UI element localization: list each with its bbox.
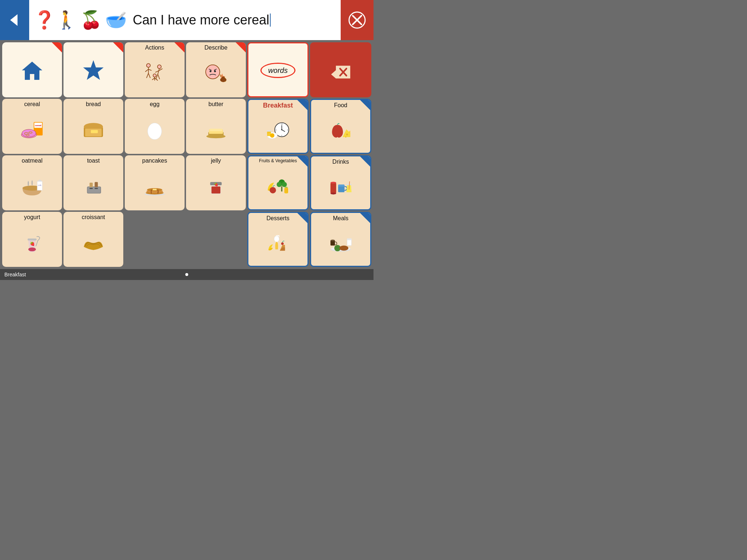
- svg-rect-55: [95, 188, 98, 189]
- symbols-area: ❓🚶 🍒 🥣: [34, 11, 127, 29]
- text-cursor: [270, 13, 271, 27]
- croissant-button[interactable]: croissant: [63, 212, 123, 267]
- toast-icon: [81, 164, 106, 209]
- question-person-icon: ❓🚶: [34, 11, 77, 29]
- svg-marker-5: [83, 60, 104, 80]
- svg-rect-54: [90, 188, 93, 189]
- pancakes-icon: [142, 164, 167, 209]
- meals-icon: [328, 222, 353, 264]
- svg-point-111: [330, 240, 335, 241]
- home-button[interactable]: [2, 42, 62, 97]
- back-button[interactable]: [0, 0, 29, 40]
- svg-rect-62: [212, 186, 221, 193]
- svg-rect-53: [88, 187, 100, 193]
- describe-label: Describe: [204, 44, 227, 51]
- backspace-button[interactable]: [310, 42, 371, 97]
- favorites-button[interactable]: [63, 42, 123, 97]
- breakfast-label: Breakfast: [263, 102, 293, 109]
- berries-icon: 🍒: [80, 11, 102, 29]
- svg-point-12: [158, 65, 161, 69]
- oatmeal-icon: milk: [19, 164, 45, 209]
- sentence-content: Can I have more cereal: [133, 12, 269, 28]
- svg-line-20: [152, 78, 155, 80]
- svg-line-15: [159, 69, 163, 70]
- describe-button[interactable]: Describe: [186, 42, 246, 97]
- svg-marker-48: [37, 179, 42, 181]
- svg-point-28: [222, 76, 225, 79]
- oatmeal-button[interactable]: oatmeal milk: [2, 155, 62, 210]
- croissant-icon: [81, 221, 106, 265]
- statusbar: Breakfast: [0, 269, 374, 280]
- svg-rect-52: [95, 182, 98, 188]
- svg-rect-82: [267, 130, 271, 132]
- actions-icon: [142, 51, 167, 96]
- cereal-label: cereal: [24, 101, 40, 108]
- svg-marker-84: [342, 129, 350, 137]
- svg-point-91: [270, 187, 276, 194]
- describe-icon: [203, 51, 229, 96]
- yogurt-button[interactable]: yogurt 🍓: [2, 212, 62, 267]
- egg-label: egg: [150, 101, 160, 108]
- drinks-label: Drinks: [332, 159, 349, 165]
- svg-line-9: [148, 69, 152, 70]
- toast-button[interactable]: toast: [63, 155, 123, 210]
- cereal-icon: cereal: [19, 108, 45, 152]
- left-grid: Actions: [2, 42, 246, 267]
- svg-rect-40: [91, 130, 98, 133]
- toast-label: toast: [87, 158, 100, 164]
- svg-point-105: [281, 242, 284, 245]
- food-label: Food: [334, 102, 347, 109]
- words-oval: words: [260, 46, 295, 95]
- svg-point-41: [148, 123, 162, 140]
- jelly-label: jelly: [211, 158, 221, 164]
- jelly-button[interactable]: jelly 🍓: [186, 155, 246, 210]
- svg-line-11: [148, 73, 150, 78]
- svg-text:12: 12: [281, 123, 283, 125]
- butter-button[interactable]: butter: [186, 99, 246, 154]
- close-button[interactable]: [341, 0, 374, 40]
- croissant-label: croissant: [82, 214, 105, 221]
- svg-line-8: [145, 69, 148, 72]
- butter-icon: [203, 108, 229, 152]
- words-button[interactable]: words: [247, 42, 309, 97]
- svg-point-25: [210, 70, 212, 72]
- fruits-veg-button[interactable]: Fruits & Vegetables: [247, 155, 309, 210]
- meals-label: Meals: [333, 215, 349, 222]
- desserts-icon: [265, 222, 291, 264]
- right-grid: words Breakfast: [247, 42, 371, 267]
- grid-container: Actions: [0, 40, 374, 269]
- empty-cell-2: [186, 212, 246, 267]
- food-icon: [328, 109, 353, 151]
- svg-marker-4: [22, 62, 42, 80]
- fruits-veg-icon: [265, 163, 291, 208]
- svg-point-18: [153, 74, 156, 77]
- empty-cell-1: [125, 212, 185, 267]
- svg-rect-60: [153, 188, 157, 190]
- cereal-button[interactable]: cereal cereal: [2, 99, 62, 154]
- svg-point-98: [330, 192, 336, 194]
- svg-text:milk: milk: [38, 184, 42, 186]
- bread-icon: [81, 108, 106, 152]
- pancakes-label: pancakes: [142, 158, 167, 164]
- svg-line-10: [147, 73, 148, 78]
- svg-rect-45: [210, 129, 222, 131]
- food-button[interactable]: Food: [310, 99, 371, 154]
- desserts-button[interactable]: Desserts: [247, 212, 309, 267]
- breakfast-button[interactable]: Breakfast 12 3 6 9: [247, 99, 309, 154]
- statusbar-dot: [185, 273, 188, 276]
- meals-button[interactable]: Meals: [310, 212, 371, 267]
- bread-button[interactable]: bread: [63, 99, 123, 154]
- svg-rect-66: [28, 238, 37, 240]
- jelly-icon: 🍓: [203, 164, 229, 209]
- svg-line-17: [158, 74, 160, 79]
- egg-button[interactable]: egg: [125, 99, 185, 154]
- drinks-button[interactable]: Drinks: [310, 155, 371, 210]
- pancakes-button[interactable]: pancakes: [125, 155, 185, 210]
- breakfast-icon: 12 3 6 9: [265, 109, 291, 151]
- svg-point-6: [147, 64, 150, 67]
- svg-text:cereal: cereal: [35, 124, 42, 127]
- svg-marker-0: [10, 14, 18, 26]
- svg-rect-51: [90, 183, 93, 188]
- svg-text:🍓: 🍓: [214, 182, 218, 187]
- actions-button[interactable]: Actions: [125, 42, 185, 97]
